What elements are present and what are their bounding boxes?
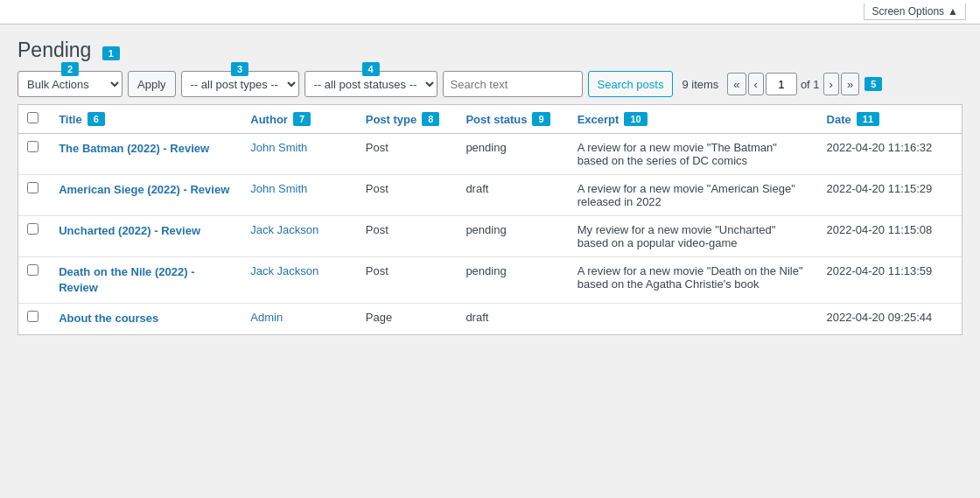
badge-2: 2 [61, 62, 79, 76]
items-count: 9 items [682, 78, 718, 91]
author-link[interactable]: Admin [250, 311, 283, 324]
apply-button[interactable]: Apply [128, 71, 176, 97]
author-link[interactable]: Jack Jackson [250, 223, 318, 236]
row-author-cell: John Smith [242, 134, 356, 175]
author-col-header: Author 7 [242, 105, 356, 134]
row-checkbox[interactable] [27, 141, 38, 152]
row-checkbox[interactable] [27, 182, 38, 193]
title-sort-link[interactable]: Title [59, 113, 82, 126]
table-row: American Siege (2022) - Review John Smit… [18, 175, 962, 216]
page-number-input[interactable] [766, 73, 797, 95]
row-checkbox[interactable] [27, 223, 38, 235]
post-title-link[interactable]: The Batman (2022) - Review [59, 141, 233, 157]
row-checkbox-cell [18, 175, 50, 216]
author-link[interactable]: John Smith [250, 141, 307, 154]
post-title-link[interactable]: Death on the Nile (2022) - Review [59, 264, 233, 296]
row-post-type-cell: Post [357, 175, 458, 216]
row-checkbox[interactable] [27, 311, 38, 322]
author-link[interactable]: John Smith [250, 182, 307, 195]
excerpt-sort-link[interactable]: Excerpt [578, 113, 620, 126]
row-post-status-cell: pending [457, 216, 568, 257]
select-all-col [18, 105, 50, 134]
row-title-cell: Uncharted (2022) - Review [50, 216, 242, 257]
row-author-cell: Admin [242, 304, 356, 334]
next-page-button[interactable]: › [823, 73, 839, 95]
row-excerpt-cell: A review for a new movie "The Batman" ba… [569, 134, 818, 175]
screen-options-button[interactable]: Screen Options ▲ [864, 4, 966, 20]
row-post-status-cell: pending [457, 257, 568, 304]
badge-9: 9 [532, 112, 550, 126]
first-page-button[interactable]: « [727, 73, 746, 95]
row-title-cell: American Siege (2022) - Review [50, 175, 242, 216]
post-title-link[interactable]: American Siege (2022) - Review [59, 182, 233, 198]
posts-tbody: The Batman (2022) - Review John Smith Po… [18, 134, 962, 334]
page-title-wrap: Pending 1 [18, 39, 962, 62]
row-title-cell: Death on the Nile (2022) - Review [50, 257, 242, 304]
post-type-sort-link[interactable]: Post type [366, 113, 417, 126]
row-checkbox-cell [18, 304, 50, 334]
row-date-cell: 2022-04-20 11:16:32 [818, 134, 962, 175]
date-col-header: Date 11 [818, 105, 962, 134]
row-post-status-cell: pending [457, 134, 568, 175]
row-checkbox[interactable] [27, 264, 38, 276]
row-date-cell: 2022-04-20 09:25:44 [818, 304, 962, 334]
row-checkbox-cell [18, 216, 50, 257]
screen-options-arrow: ▲ [948, 5, 958, 18]
badge-7: 7 [293, 112, 311, 126]
table-row: Uncharted (2022) - Review Jack Jackson P… [18, 216, 962, 257]
search-posts-button[interactable]: Search posts [588, 71, 674, 97]
badge-8: 8 [422, 112, 439, 126]
row-date-cell: 2022-04-20 11:15:29 [818, 175, 962, 216]
author-sort-link[interactable]: Author [250, 113, 288, 126]
badge-4: 4 [361, 62, 379, 76]
table-row: About the courses Admin Page draft 2022-… [18, 304, 962, 334]
main-content: Pending 1 2 Bulk Actions Edit Move to Tr… [0, 25, 980, 498]
badge-1: 1 [102, 46, 120, 60]
row-title-cell: The Batman (2022) - Review [50, 134, 242, 175]
row-post-status-cell: draft [457, 175, 568, 216]
page-title: Pending 1 [18, 39, 120, 62]
posts-table: Title 6 Author 7 Post type 8 [18, 105, 962, 334]
search-input[interactable] [443, 71, 583, 97]
table-header-row: Title 6 Author 7 Post type 8 [18, 105, 962, 134]
post-statuses-wrap: 4 -- all post statuses -- Draft Pending … [304, 71, 438, 97]
row-date-cell: 2022-04-20 11:13:59 [818, 257, 962, 304]
row-post-type-cell: Post [357, 257, 458, 304]
row-post-type-cell: Page [357, 304, 458, 334]
select-all-checkbox[interactable] [27, 112, 38, 123]
row-excerpt-cell: A review for a new movie "Death on the N… [569, 257, 818, 304]
row-title-cell: About the courses [50, 304, 242, 334]
prev-page-button[interactable]: ‹ [748, 73, 764, 95]
author-link[interactable]: Jack Jackson [250, 264, 318, 277]
title-col-header: Title 6 [50, 105, 242, 134]
screen-options-label: Screen Options [872, 5, 944, 18]
row-excerpt-cell [569, 304, 818, 334]
top-bar: Screen Options ▲ [0, 0, 980, 25]
date-sort-link[interactable]: Date [827, 113, 851, 126]
row-author-cell: John Smith [242, 175, 356, 216]
post-title-link[interactable]: Uncharted (2022) - Review [59, 223, 233, 239]
post-title-link[interactable]: About the courses [59, 311, 233, 326]
post-status-sort-link[interactable]: Post status [466, 113, 527, 126]
toolbar: 2 Bulk Actions Edit Move to Trash Apply … [18, 71, 962, 97]
row-checkbox-cell [18, 134, 50, 175]
row-post-type-cell: Post [357, 216, 458, 257]
post-status-col-header: Post status 9 [457, 105, 568, 134]
row-date-cell: 2022-04-20 11:15:08 [818, 216, 962, 257]
row-excerpt-cell: My review for a new movie "Uncharted" ba… [569, 216, 818, 257]
badge-5: 5 [864, 77, 882, 91]
page-of: of 1 [801, 78, 820, 91]
row-post-type-cell: Post [357, 134, 458, 175]
row-author-cell: Jack Jackson [242, 257, 356, 304]
pagination: « ‹ of 1 › » [727, 73, 859, 95]
excerpt-col-header: Excerpt 10 [569, 105, 818, 134]
badge-10: 10 [624, 112, 647, 126]
last-page-button[interactable]: » [841, 73, 859, 95]
table-row: The Batman (2022) - Review John Smith Po… [18, 134, 962, 175]
badge-11: 11 [857, 112, 879, 126]
row-checkbox-cell [18, 257, 50, 304]
row-post-status-cell: draft [457, 304, 568, 334]
badge-6: 6 [88, 112, 105, 126]
post-type-col-header: Post type 8 [357, 105, 458, 134]
row-excerpt-cell: A review for a new movie "American Siege… [569, 175, 818, 216]
